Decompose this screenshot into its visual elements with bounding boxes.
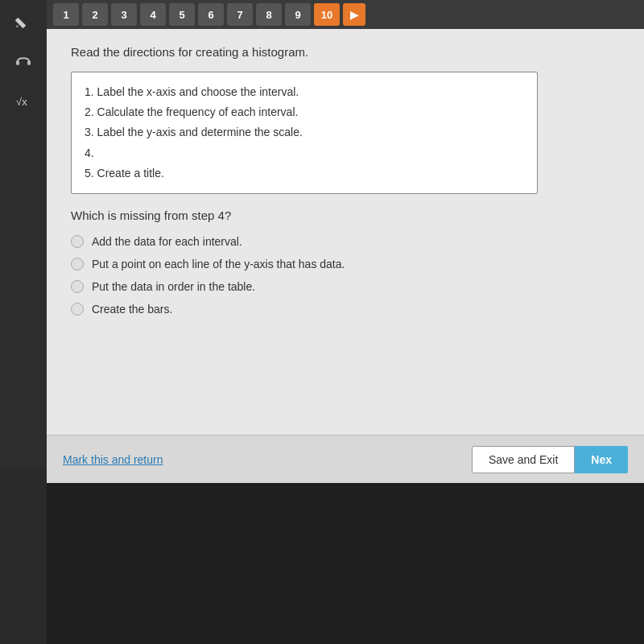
footer-right: Save and Exit Nex xyxy=(472,446,628,473)
nav-btn-10[interactable]: 10 xyxy=(314,3,340,26)
option-4[interactable]: Create the bars. xyxy=(71,303,620,316)
option-3[interactable]: Put the data in order in the table. xyxy=(71,280,620,293)
option-3-label: Put the data in order in the table. xyxy=(92,280,255,293)
step-4: 4. xyxy=(85,143,524,163)
sidebar: √x xyxy=(0,0,47,467)
step-2: 2. Calculate the frequency of each inter… xyxy=(85,102,524,122)
save-exit-button[interactable]: Save and Exit xyxy=(472,446,575,473)
next-button[interactable]: Nex xyxy=(575,446,628,473)
nav-btn-1[interactable]: 1 xyxy=(53,3,79,26)
nav-btn-3[interactable]: 3 xyxy=(111,3,137,26)
mark-return-link[interactable]: Mark this and return xyxy=(63,453,163,466)
pencil-icon[interactable] xyxy=(3,0,43,40)
step-5: 5. Create a title. xyxy=(85,163,524,184)
step-1: 1. Label the x-axis and choose the inter… xyxy=(85,82,524,102)
options-list: Add the data for each interval. Put a po… xyxy=(71,235,620,316)
option-2-label: Put a point on each line of the y-axis t… xyxy=(92,258,345,270)
radio-3[interactable] xyxy=(71,280,84,293)
nav-btn-8[interactable]: 8 xyxy=(256,3,282,26)
nav-btn-4[interactable]: 4 xyxy=(140,3,166,26)
option-1[interactable]: Add the data for each interval. xyxy=(71,235,620,248)
nav-btn-6[interactable]: 6 xyxy=(198,3,224,26)
nav-arrow-button[interactable]: ▶ xyxy=(343,3,365,26)
top-nav: 1 2 3 4 5 6 7 8 9 10 ▶ xyxy=(47,0,644,29)
footer-bar: Mark this and return Save and Exit Nex xyxy=(47,435,644,483)
headphone-icon[interactable] xyxy=(3,40,43,80)
radio-1[interactable] xyxy=(71,235,84,248)
main-content: Read the directions for creating a histo… xyxy=(47,29,644,483)
nav-btn-2[interactable]: 2 xyxy=(82,3,108,26)
steps-box: 1. Label the x-axis and choose the inter… xyxy=(71,72,538,194)
svg-rect-3 xyxy=(27,60,31,65)
radio-2[interactable] xyxy=(71,258,84,270)
svg-marker-0 xyxy=(16,25,19,27)
option-4-label: Create the bars. xyxy=(92,303,172,316)
formula-icon[interactable]: √x xyxy=(3,80,43,121)
dark-sidebar-lower xyxy=(0,483,47,644)
nav-btn-9[interactable]: 9 xyxy=(285,3,311,26)
option-1-label: Add the data for each interval. xyxy=(92,235,242,248)
question-instruction: Read the directions for creating a histo… xyxy=(71,45,620,59)
step-3: 3. Label the y-axis and determine the sc… xyxy=(85,122,524,142)
nav-btn-5[interactable]: 5 xyxy=(169,3,195,26)
svg-text:√x: √x xyxy=(16,96,27,108)
question-text: Which is missing from step 4? xyxy=(71,208,620,222)
radio-4[interactable] xyxy=(71,303,84,316)
svg-rect-2 xyxy=(16,60,19,65)
nav-btn-7[interactable]: 7 xyxy=(227,3,253,26)
dark-lower xyxy=(0,483,644,644)
option-2[interactable]: Put a point on each line of the y-axis t… xyxy=(71,258,620,270)
